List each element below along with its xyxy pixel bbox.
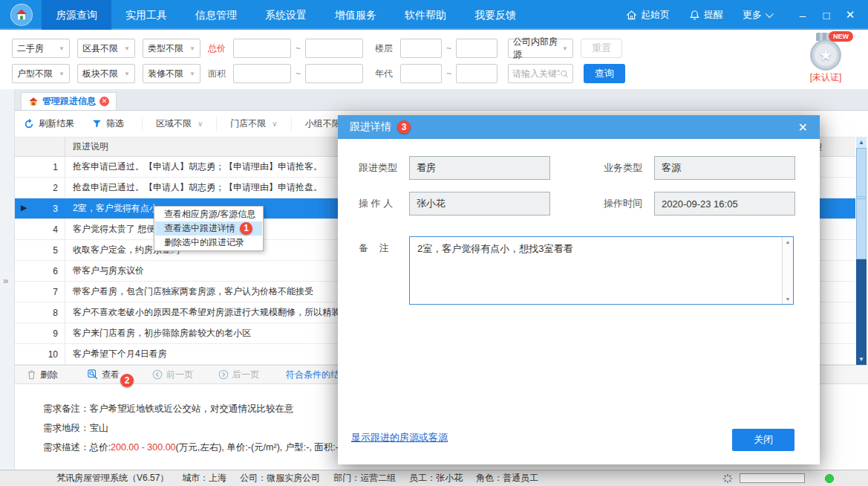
row-number: 2 (36, 178, 65, 198)
year-label: 年代 (375, 68, 393, 80)
reset-button[interactable]: 重置 (581, 39, 622, 58)
dialog-close-icon[interactable]: ✕ (798, 120, 808, 135)
scrollbar-thumb[interactable] (856, 148, 867, 259)
status-company: 公司：微服实房公司 (240, 472, 320, 485)
demand-desc-prefix: 总价: (90, 442, 111, 453)
year-min-input[interactable] (400, 64, 442, 83)
app-logo-icon[interactable] (10, 4, 33, 26)
status-role: 角色：普通员工 (476, 472, 538, 485)
block-dropdown[interactable]: 板块不限▼ (77, 64, 135, 83)
row-number: 10 (36, 344, 65, 364)
business-type-field[interactable] (654, 156, 795, 180)
scrollbar-grip (857, 196, 866, 199)
more-menu-button[interactable]: 更多 (743, 8, 771, 22)
keyword-search-box[interactable] (508, 64, 573, 83)
floor-max-input[interactable] (456, 39, 497, 58)
area-max-input[interactable] (305, 64, 363, 83)
menu-item-info-management[interactable]: 信息管理 (181, 0, 251, 30)
context-menu-item-view-detail[interactable]: 查看选中跟进详情1 (155, 221, 262, 236)
context-menu-label: 删除选中的跟进记录 (164, 236, 244, 250)
price-min-input[interactable] (233, 39, 291, 58)
context-menu-label: 查看选中跟进详情 (164, 221, 235, 236)
menu-item-help[interactable]: 软件帮助 (391, 0, 460, 30)
demand-desc-label: 需求描述： (43, 442, 90, 453)
tilde-separator: ~ (296, 68, 301, 79)
dialog-close-button[interactable]: 关闭 (732, 429, 794, 451)
refresh-icon (24, 119, 34, 129)
house-tab-icon (28, 97, 39, 106)
total-price-label: 总价 (208, 42, 226, 55)
context-menu-item-delete-record[interactable]: 删除选中的跟进记录 (155, 236, 262, 250)
tab-close-icon[interactable]: ✕ (99, 97, 109, 106)
step-badge-1: 1 (240, 222, 252, 235)
row-number: 4 (36, 219, 65, 239)
certification-medal[interactable]: ★ NEW [未认证] (801, 33, 850, 84)
show-related-listing-link[interactable]: 显示跟进的房源或客源 (351, 431, 448, 444)
caret-down-icon: ▼ (59, 45, 65, 52)
menu-item-system-settings[interactable]: 系统设置 (251, 0, 321, 30)
caret-down-icon: ▼ (189, 71, 195, 77)
tilde-separator: ~ (446, 43, 451, 54)
filter-button[interactable]: 筛选 (92, 117, 124, 130)
demand-note-label: 需求备注： (43, 404, 90, 414)
scroll-down-icon[interactable]: ▼ (786, 297, 791, 302)
home-page-label: 起始页 (641, 8, 670, 22)
layout-dropdown[interactable]: 户型不限▼ (12, 64, 70, 83)
house-logo-icon (15, 8, 28, 22)
keyword-input[interactable] (512, 68, 560, 79)
window-close-button[interactable]: ✕ (838, 8, 862, 22)
year-max-input[interactable] (456, 64, 497, 83)
remark-textarea[interactable]: 2室，客户觉得有点小，想找3室看看 ▲ ▼ (409, 236, 794, 305)
new-badge: NEW (829, 31, 853, 42)
home-page-button[interactable]: 起始页 (626, 8, 670, 22)
status-bar: 梵讯房屋管理系统（V6.57） 城市：上海 公司：微服实房公司 部门：运营二组 … (0, 470, 868, 486)
vertical-scrollbar[interactable]: ▲ ▼ (856, 137, 867, 365)
menu-item-tools[interactable]: 实用工具 (111, 0, 181, 30)
scroll-down-icon[interactable]: ▼ (856, 354, 867, 365)
store-filter-label: 门店不限 (230, 117, 266, 130)
follow-type-field[interactable] (409, 156, 550, 180)
dialog-title: 跟进详情 (350, 120, 391, 134)
statusbar-right (722, 473, 847, 484)
minimize-button[interactable]: – (791, 9, 815, 22)
view-button[interactable]: 查看 2 (88, 369, 120, 381)
scroll-up-icon[interactable]: ▲ (856, 137, 867, 148)
reminder-button[interactable]: 提醒 (689, 8, 723, 22)
operator-label: 操 作 人 (359, 192, 408, 216)
operator-field[interactable] (409, 192, 550, 216)
region-filter-dropdown[interactable]: 区域不限∨ (142, 117, 216, 132)
refresh-results-button[interactable]: 刷新结果 (24, 117, 74, 130)
tab-title: 管理跟进信息 (42, 95, 96, 108)
tab-manage-followup[interactable]: 管理跟进信息 ✕ (21, 92, 117, 110)
type-dropdown[interactable]: 类型不限▼ (143, 39, 200, 58)
area-min-input[interactable] (233, 64, 291, 83)
view-label: 查看 (102, 369, 120, 381)
maximize-button[interactable]: □ (815, 9, 838, 22)
next-page-button[interactable]: 后一页 (218, 369, 259, 381)
block-value: 板块不限 (82, 68, 118, 80)
scroll-up-icon[interactable]: ▲ (786, 239, 791, 244)
remark-scrollbar[interactable]: ▲ ▼ (782, 237, 793, 304)
context-menu-item-view-related[interactable]: 查看相应房源/客源信息 (155, 207, 262, 221)
type-value: 类型不限 (148, 42, 183, 55)
floor-min-input[interactable] (400, 39, 442, 58)
price-max-input[interactable] (305, 39, 363, 58)
home-icon (626, 10, 637, 21)
caret-down-icon: ▼ (59, 71, 65, 77)
operation-time-field[interactable] (654, 192, 795, 216)
menu-item-value-services[interactable]: 增值服务 (321, 0, 391, 30)
store-filter-dropdown[interactable]: 门店不限∨ (216, 117, 290, 132)
scope-dropdown[interactable]: 公司内部房源▼ (508, 39, 573, 58)
district-dropdown[interactable]: 区县不限▼ (77, 39, 135, 58)
prev-page-button[interactable]: 前一页 (152, 369, 193, 381)
listing-type-dropdown[interactable]: 二手房▼ (12, 39, 70, 58)
query-button[interactable]: 查询 (584, 64, 625, 83)
expand-panel-button[interactable]: » (3, 275, 8, 286)
scope-value: 公司内部房源 (513, 36, 562, 61)
demand-location-label: 需求地段： (43, 423, 90, 433)
menu-item-listing-query[interactable]: 房源查询 (42, 0, 111, 30)
decoration-dropdown[interactable]: 装修不限▼ (143, 64, 200, 83)
context-menu-label: 查看相应房源/客源信息 (164, 207, 255, 221)
menu-item-feedback[interactable]: 我要反馈 (460, 0, 530, 30)
delete-button[interactable]: 删除 (27, 369, 58, 381)
